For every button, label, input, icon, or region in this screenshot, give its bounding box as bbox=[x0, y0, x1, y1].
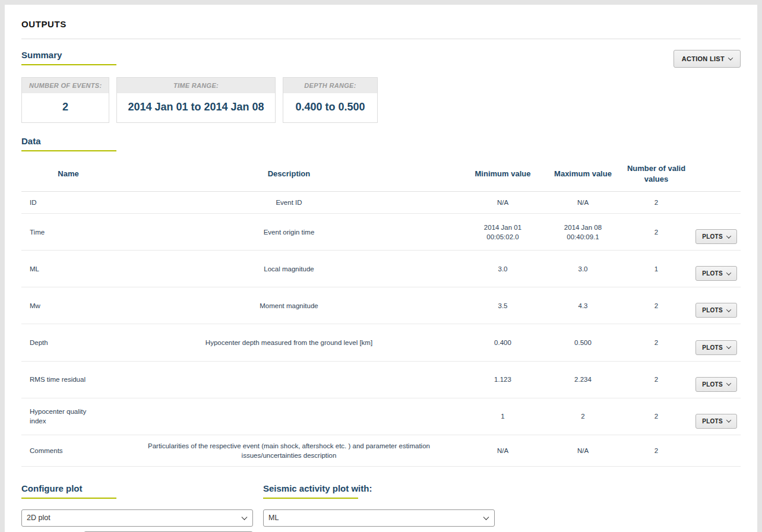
seismic-activity-select[interactable]: ML bbox=[263, 509, 495, 527]
column-header-plots bbox=[690, 157, 741, 192]
plots-button[interactable]: PLOTS bbox=[695, 229, 737, 244]
column-header-min: Minimum value bbox=[463, 157, 543, 192]
card-label: NUMBER OF EVENTS: bbox=[22, 78, 109, 93]
card-value: 2014 Jan 01 to 2014 Jan 08 bbox=[117, 93, 275, 122]
chevron-down-icon bbox=[726, 307, 731, 312]
summary-heading-block: Summary bbox=[21, 50, 116, 65]
plot-type-select-wrap: 2D plot bbox=[21, 509, 253, 527]
title-separator bbox=[21, 39, 741, 39]
data-heading-underline bbox=[21, 150, 116, 151]
cell-plots: PLOTS bbox=[690, 287, 741, 324]
column-header-name: Name bbox=[21, 157, 115, 192]
table-header-row: Name Description Minimum value Maximum v… bbox=[21, 157, 741, 192]
cell-name: Time bbox=[21, 214, 115, 251]
cell-name: Hypocenter quality index bbox=[21, 398, 115, 435]
plots-button-label: PLOTS bbox=[702, 418, 723, 425]
cell-max: 2.234 bbox=[543, 361, 623, 398]
summary-heading-underline bbox=[21, 64, 116, 65]
table-row: ML Local magnitude 3.0 3.0 1 PLOTS bbox=[21, 251, 741, 287]
plots-button-label: PLOTS bbox=[702, 270, 723, 277]
cell-max: 0.500 bbox=[543, 324, 623, 361]
card-depth-range: DEPTH RANGE: 0.400 to 0.500 bbox=[283, 77, 378, 123]
configure-plot-section: Configure plot 2D plot X axis: Time Y ax… bbox=[21, 483, 253, 532]
summary-cards: NUMBER OF EVENTS: 2 TIME RANGE: 2014 Jan… bbox=[21, 77, 741, 123]
chevron-down-icon bbox=[726, 344, 731, 349]
data-section: Data Name Description Minimum value Maxi… bbox=[21, 136, 741, 467]
cell-min: 1.123 bbox=[463, 361, 543, 398]
chevron-down-icon bbox=[726, 381, 731, 385]
cell-plots: PLOTS bbox=[690, 361, 741, 398]
outputs-panel: OUTPUTS Summary ACTION LIST NUMBER OF EV… bbox=[5, 5, 757, 532]
plots-button-label: PLOTS bbox=[702, 307, 723, 314]
cell-name: ML bbox=[21, 251, 115, 287]
cell-description: Moment magnitude bbox=[115, 287, 463, 324]
plots-button-label: PLOTS bbox=[702, 233, 723, 240]
card-label: DEPTH RANGE: bbox=[283, 78, 377, 93]
cell-min: N/A bbox=[463, 192, 543, 214]
table-row: Hypocenter quality index 1 2 2 PLOTS bbox=[21, 398, 741, 435]
card-value: 0.400 to 0.500 bbox=[283, 93, 377, 122]
chevron-down-icon bbox=[726, 418, 731, 423]
cell-description: Particularities of the respective event … bbox=[115, 435, 463, 466]
column-header-max: Maximum value bbox=[543, 157, 623, 192]
plots-button[interactable]: PLOTS bbox=[695, 303, 737, 318]
column-header-valid: Number of valid values bbox=[623, 157, 690, 192]
chevron-down-icon bbox=[726, 270, 731, 275]
cell-description bbox=[115, 398, 463, 435]
configure-plot-heading-underline bbox=[21, 498, 116, 499]
cell-max: 4.3 bbox=[543, 287, 623, 324]
chevron-down-icon bbox=[728, 55, 733, 60]
cell-name: ID bbox=[21, 192, 115, 214]
data-table: Name Description Minimum value Maximum v… bbox=[21, 157, 741, 467]
seismic-activity-heading-underline bbox=[263, 498, 358, 499]
configure-plot-heading: Configure plot bbox=[21, 483, 253, 493]
card-label: TIME RANGE: bbox=[117, 78, 275, 93]
cell-description bbox=[115, 361, 463, 398]
cell-description: Hypocenter depth measured from the groun… bbox=[115, 324, 463, 361]
action-list-button[interactable]: ACTION LIST bbox=[674, 50, 741, 68]
chevron-down-icon bbox=[726, 233, 731, 238]
cell-max: 2 bbox=[543, 398, 623, 435]
cell-plots bbox=[690, 192, 741, 214]
cell-valid: 2 bbox=[623, 435, 690, 466]
cell-valid: 2 bbox=[623, 287, 690, 324]
cell-description: Local magnitude bbox=[115, 251, 463, 287]
cell-name: Comments bbox=[21, 435, 115, 466]
cell-plots: PLOTS bbox=[690, 214, 741, 251]
table-row: Mw Moment magnitude 3.5 4.3 2 PLOTS bbox=[21, 287, 741, 324]
table-row: Comments Particularities of the respecti… bbox=[21, 435, 741, 466]
plots-button[interactable]: PLOTS bbox=[695, 414, 737, 429]
table-row: Depth Hypocenter depth measured from the… bbox=[21, 324, 741, 361]
cell-min: N/A bbox=[463, 435, 543, 466]
cell-plots: PLOTS bbox=[690, 324, 741, 361]
plots-button[interactable]: PLOTS bbox=[695, 377, 737, 392]
page-title: OUTPUTS bbox=[21, 19, 741, 29]
card-time-range: TIME RANGE: 2014 Jan 01 to 2014 Jan 08 bbox=[116, 77, 276, 123]
plots-button[interactable]: PLOTS bbox=[695, 266, 737, 281]
cell-plots: PLOTS bbox=[690, 398, 741, 435]
cell-plots: PLOTS bbox=[690, 251, 741, 287]
cell-valid: 2 bbox=[623, 214, 690, 251]
seismic-activity-section: Seismic activity plot with: ML PLOT bbox=[263, 483, 495, 532]
cell-min: 2014 Jan 01 00:05:02.0 bbox=[463, 214, 543, 251]
cell-valid: 2 bbox=[623, 192, 690, 214]
cell-max: 3.0 bbox=[543, 251, 623, 287]
plot-config-row: Configure plot 2D plot X axis: Time Y ax… bbox=[21, 483, 741, 532]
cell-min: 1 bbox=[463, 398, 543, 435]
plots-button[interactable]: PLOTS bbox=[695, 340, 737, 355]
action-list-label: ACTION LIST bbox=[682, 55, 725, 62]
card-number-of-events: NUMBER OF EVENTS: 2 bbox=[21, 77, 109, 123]
cell-valid: 2 bbox=[623, 361, 690, 398]
cell-min: 3.0 bbox=[463, 251, 543, 287]
cell-min: 0.400 bbox=[463, 324, 543, 361]
cell-valid: 2 bbox=[623, 324, 690, 361]
cell-name: RMS time residual bbox=[21, 361, 115, 398]
plot-type-select[interactable]: 2D plot bbox=[21, 509, 253, 527]
cell-valid: 2 bbox=[623, 398, 690, 435]
data-heading: Data bbox=[21, 136, 741, 146]
plots-button-label: PLOTS bbox=[702, 381, 723, 388]
summary-heading: Summary bbox=[21, 50, 116, 60]
cell-min: 3.5 bbox=[463, 287, 543, 324]
cell-description: Event origin time bbox=[115, 214, 463, 251]
cell-valid: 1 bbox=[623, 251, 690, 287]
